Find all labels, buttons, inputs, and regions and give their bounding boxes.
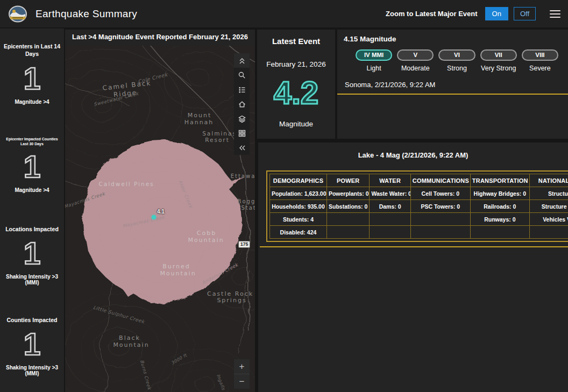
app-header: Earthquake Summary Zoom to Latest Major … (0, 0, 568, 27)
map-label: Mount (188, 112, 211, 119)
map-label: Boggs (238, 198, 255, 204)
table-cell: Population: 1,623.00 (270, 187, 327, 200)
table-cell (370, 213, 410, 226)
table-cell: Students: 4 (270, 213, 327, 226)
stat-subtitle: Magnitude >4 (15, 99, 49, 105)
home-icon[interactable] (234, 97, 250, 111)
mmi-pill-label: Moderate (397, 65, 434, 72)
mmi-scale-column: IV MMILight (356, 49, 392, 72)
table-cell: Households: 935.00 (270, 200, 327, 213)
impact-table: DEMOGRAPHICSPOWERWATERCOMMUNICATIONSTRAN… (269, 174, 568, 239)
impact-table-panel: Lake - 4 Mag (2/21/2026, 9:22 AM) DEMOGR… (258, 142, 568, 392)
mmi-panel: 4.15 Magnitude IV MMILightVModerateVIStr… (337, 30, 568, 139)
table-cell: PSC Towers: 0 (410, 200, 470, 213)
mmi-pill-vii[interactable]: VII (480, 49, 517, 61)
stat-title: Epicenter Impacted Counties Last 30 Days (2, 137, 62, 146)
map-label: Caldwell Pines (98, 181, 154, 187)
stat-block-2: Locations Impacted1Shaking Intensity >3 … (0, 210, 64, 301)
collapse-up-icon[interactable] (234, 53, 250, 68)
stat-block-0: Epicenters in Last 14 Days1Magnitude >4 (0, 28, 64, 119)
mmi-scale-column: VIStrong (438, 49, 475, 72)
hamburger-menu-icon[interactable] (550, 10, 560, 18)
latest-event-title: Latest Event (257, 37, 335, 46)
mmi-pill-label: Severe (522, 65, 558, 72)
zoom-toggle-label: Zoom to Latest Major Event (386, 10, 477, 18)
table-row: Students: 4Runways: 0Vehicles Valu (270, 213, 568, 226)
search-icon[interactable] (234, 68, 250, 82)
stat-block-1: Epicenter Impacted Counties Last 30 Days… (0, 119, 64, 210)
map-label: Hannah (184, 119, 214, 126)
mmi-scale-column: VIIISevere (522, 49, 558, 72)
basemap-icon[interactable] (234, 126, 250, 140)
map-label: Resort (205, 137, 230, 143)
stat-value: 1 (24, 63, 41, 94)
list-item-divider (260, 246, 568, 247)
mmi-pill-label: Strong (438, 65, 475, 72)
table-column-header: NATIONAL STR (529, 174, 568, 187)
mmi-scale: IV MMILightVModerateVIStrongVIIVery Stro… (356, 49, 558, 72)
table-cell: Vehicles Valu (529, 213, 568, 226)
stat-block-3: Counties Impacted1Shaking Intensity >3 (… (0, 301, 64, 392)
table-cell: Waste Water: 0 (370, 187, 410, 200)
map-label: Mountain (160, 270, 196, 277)
epicenter-magnitude-label: 4.1 (157, 209, 165, 215)
highway-175-shield: 175 (238, 241, 250, 248)
zoom-out-button[interactable]: − (234, 374, 250, 389)
table-column-header: COMMUNICATIONS (410, 174, 470, 187)
stat-subtitle: Shaking Intensity >3 (MMI) (2, 365, 62, 376)
stat-value: 1 (24, 238, 41, 269)
mmi-pill-iv-mmi[interactable]: IV MMI (356, 49, 392, 61)
map-label: Black (119, 334, 140, 341)
table-cell: Railroads: 0 (470, 200, 529, 213)
stat-subtitle: Shaking Intensity >3 (MMI) (2, 274, 62, 286)
mmi-panel-title: 4.15 Magnitude (344, 35, 562, 43)
mmi-pill-viii[interactable]: VIII (522, 49, 558, 61)
map-canvas[interactable]: Cole CreekCamel BackRidgeSweetwater Cree… (65, 46, 255, 392)
table-column-header: DEMOGRAPHICS (270, 174, 327, 187)
table-cell: Powerplants: 0 (326, 187, 369, 200)
table-cell: Structure Valu (529, 200, 568, 213)
map-zoom-control: + − (234, 359, 250, 389)
impact-table-wrapper: DEMOGRAPHICSPOWERWATERCOMMUNICATIONSTRAN… (266, 170, 568, 242)
mmi-pill-v[interactable]: V (397, 49, 434, 61)
table-cell (410, 226, 470, 239)
stat-title: Epicenters in Last 14 Days (2, 43, 62, 58)
mmi-event-list-item[interactable]: Sonoma, 2/21/2026, 9:22 AM (337, 81, 568, 95)
legend-icon[interactable] (234, 82, 250, 97)
stat-title: Counties Impacted (7, 317, 58, 324)
table-column-header: POWER (326, 174, 369, 187)
map-label: Cobb (197, 230, 216, 237)
epicenter-marker[interactable] (152, 215, 156, 219)
stat-title: Locations Impacted (5, 226, 59, 233)
zoom-in-button[interactable]: + (234, 359, 250, 374)
collapse-left-icon[interactable] (234, 140, 250, 155)
mmi-pill-label: Very Strong (480, 65, 517, 72)
table-row: Population: 1,623.00Powerplants: 0Waste … (270, 187, 568, 200)
map-label: Stati (241, 205, 255, 211)
table-cell (326, 213, 369, 226)
table-row: Households: 935.00Substations: 0Dams: 0P… (270, 200, 568, 213)
mmi-pill-label: Light (356, 65, 392, 72)
map-title: Last >4 Magnitude Event Reported Februar… (65, 30, 255, 46)
layers-icon[interactable] (234, 111, 250, 126)
latest-event-panel: Latest Event February 21, 2026 4.2 Magni… (257, 30, 335, 139)
table-cell: Highway Bridges: 0 (470, 187, 529, 200)
map-label: Mountain (188, 237, 224, 244)
toggle-off-button[interactable]: Off (514, 7, 536, 20)
table-cell (529, 226, 568, 239)
mmi-pill-vi[interactable]: VI (438, 49, 475, 61)
map-toolbar (234, 53, 250, 155)
mmi-scale-column: VIIVery Strong (480, 49, 517, 72)
table-cell (370, 226, 410, 239)
table-row: Disabled: 424 (270, 226, 568, 239)
table-cell: Runways: 0 (470, 213, 529, 226)
stat-subtitle: Magnitude >4 (15, 187, 49, 193)
mmi-scale-column: VModerate (397, 49, 434, 72)
table-column-header: TRANSPORTATION (470, 174, 529, 187)
toggle-on-button[interactable]: On (485, 7, 508, 20)
stats-sidebar: Epicenters in Last 14 Days1Magnitude >4E… (0, 28, 64, 392)
map-label: Salminas (202, 130, 237, 137)
page-title: Earthquake Summary (36, 8, 137, 20)
table-cell: Structure (529, 187, 568, 200)
table-cell: Substations: 0 (326, 200, 369, 213)
